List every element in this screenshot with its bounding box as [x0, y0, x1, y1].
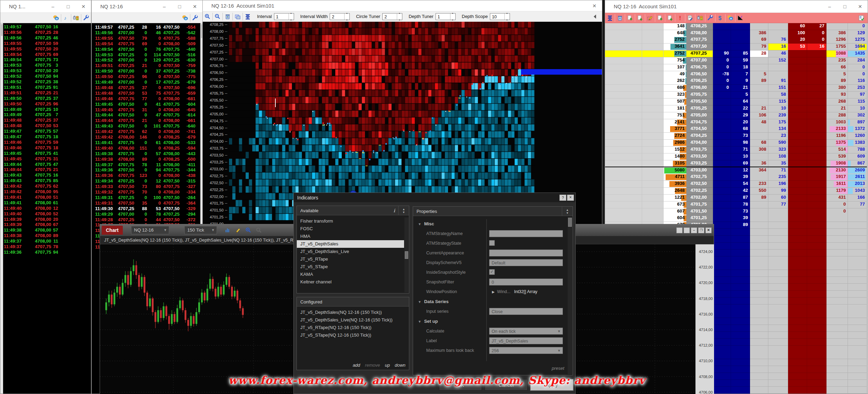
ok-button[interactable]: OK — [439, 379, 482, 391]
report-icon[interactable] — [687, 15, 693, 21]
page-up-icon[interactable] — [657, 15, 663, 21]
dom-row[interactable]: 6734701,757877077 — [605, 201, 867, 208]
down-button[interactable]: down — [395, 363, 405, 368]
dom-row[interactable]: 26484702,25425509911791043 — [605, 188, 867, 195]
prop-field-displayschemev5[interactable]: Default — [489, 259, 563, 266]
list-spinner[interactable]: ▲▼ — [398, 206, 409, 215]
dom-row[interactable]: 1484708,2560270 — [605, 23, 867, 30]
prop-field-currentappearance[interactable] — [489, 250, 563, 256]
spinner-interval-width[interactable]: Interval Width2▲▼ — [300, 13, 350, 20]
configured-item[interactable]: JT_v5_DepthSales_Live(NQ 12-16 (150 Tick… — [297, 316, 408, 324]
available-item[interactable]: JT_v5_DepthSales — [297, 240, 404, 248]
pencil-icon[interactable] — [235, 227, 241, 233]
tab-chart[interactable]: Chart — [102, 226, 123, 235]
close-icon[interactable]: × — [567, 195, 574, 201]
dom-row[interactable]: 50804703,00123647121302609 — [605, 167, 867, 174]
dom-row[interactable]: 3234705,755589397 — [605, 92, 867, 98]
trash-icon[interactable] — [225, 13, 231, 20]
prop-checkbox-insidesnapshotstyle[interactable]: ✓ — [489, 269, 495, 275]
minimize-icon[interactable]: – — [157, 0, 172, 12]
dom-row[interactable]: 15124703,7571308323514788 — [605, 147, 867, 153]
dom-row[interactable]: 7514705,0029106239288302 — [605, 112, 867, 119]
dom-row[interactable]: 12214702,00878960431166 — [605, 195, 867, 201]
prop-field-calculate[interactable]: On each tick▼ — [489, 328, 563, 335]
edit-icon[interactable] — [647, 15, 653, 21]
search-icon[interactable] — [173, 227, 179, 233]
dom-row[interactable]: 27524707,259085284610881435 — [605, 50, 867, 57]
close-icon[interactable]: ✕ — [587, 0, 602, 11]
maximize-icon[interactable]: □ — [61, 0, 76, 12]
dom-row[interactable]: 1074706,75018660 — [605, 64, 867, 71]
available-item[interactable]: JT_v5_RTape — [297, 255, 404, 263]
properties-spinner[interactable]: ▲▼ — [562, 207, 573, 216]
dom-row[interactable]: 7544707,00059152235284 — [605, 57, 867, 64]
page-down-icon[interactable] — [667, 15, 673, 21]
prop-expand-windowposition[interactable]: ▶ Wind... Int32[] Array — [492, 289, 537, 294]
panel-button[interactable] — [676, 227, 683, 233]
layers-icon[interactable] — [235, 13, 241, 20]
available-item[interactable]: HMA — [297, 233, 404, 240]
maximize-icon[interactable]: □ — [837, 0, 852, 12]
spinner-circle-tuner[interactable]: Circle Tuner2▲▼ — [356, 13, 402, 20]
wrench-icon[interactable] — [192, 15, 198, 21]
preset-link[interactable]: preset — [552, 366, 564, 371]
zoom-out-icon[interactable] — [214, 13, 221, 20]
dom-row[interactable]: 5074705,5064115268115 — [605, 98, 867, 105]
chat-icon[interactable] — [727, 15, 733, 21]
info-icon[interactable]: i — [394, 208, 395, 213]
prop-field-atmstrategyname[interactable] — [489, 230, 563, 237]
depth-bars-icon[interactable] — [245, 13, 251, 20]
chat-icon[interactable] — [182, 15, 188, 21]
available-scrollbar[interactable] — [404, 217, 409, 292]
alert-icon[interactable]: ! — [677, 15, 683, 21]
zoom-in-icon[interactable] — [204, 13, 211, 20]
dom-row[interactable]: 494706,50-787550 — [605, 71, 867, 78]
close-icon[interactable]: ✕ — [76, 0, 91, 12]
ts1-scrollbar[interactable] — [0, 23, 3, 394]
available-item[interactable]: Keltner channel — [297, 278, 404, 286]
panel-button[interactable] — [684, 227, 690, 233]
cancel-button[interactable]: Cancel — [485, 379, 528, 391]
instrument-select[interactable]: NQ 12-16▼ — [131, 226, 169, 234]
dom-titlebar[interactable]: NQ 12-16 Account Sim101 – □ ✕ — [605, 0, 868, 13]
power-icon[interactable] — [697, 15, 703, 21]
ts1-titlebar[interactable]: NQ 1... – □ ✕ — [0, 0, 91, 13]
ts1-list[interactable]: 11:49:574707,501611:49:564707,252811:49:… — [3, 23, 91, 394]
collapse-left-icon[interactable] — [592, 13, 598, 20]
dom-row[interactable]: 29864704,00986859013751383 — [605, 140, 867, 147]
dom-row[interactable]: 6074701,50730 — [605, 208, 867, 215]
music-icon[interactable]: ♪ — [63, 15, 69, 21]
minimize-icon[interactable]: – — [45, 0, 61, 12]
dom-row[interactable]: 14804703,5010108539609 — [605, 153, 867, 160]
dom-row[interactable]: 27524707,75697620012961275 — [605, 37, 867, 44]
prop-field-label[interactable]: JT_v5_DepthSales — [489, 337, 563, 344]
maximize-icon[interactable]: □ — [172, 0, 187, 12]
dom-row[interactable]: 47114702,753923519172611 — [605, 174, 867, 181]
add-button[interactable]: add — [353, 363, 360, 368]
dom-row[interactable]: 1814705,252221102110 — [605, 105, 867, 112]
section-data-series[interactable]: ▼Data Series — [418, 299, 449, 304]
dom-row[interactable]: 36414707,507916531617551694 — [605, 44, 867, 50]
chart-type-icon[interactable] — [225, 227, 231, 233]
power-icon[interactable] — [73, 15, 79, 21]
spinner-depth-tuner[interactable]: Depth Tuner1▲▼ — [409, 13, 456, 20]
wrench-icon[interactable] — [83, 15, 89, 21]
prop-checkbox-atmstrategystate[interactable] — [489, 240, 495, 246]
available-item[interactable]: JT_v5_STape — [297, 263, 404, 271]
available-item[interactable]: Fisher transform — [297, 217, 404, 225]
dom-row[interactable]: 37714704,506813421331372 — [605, 126, 867, 133]
dom-row[interactable]: 6484708,003861000386129 — [605, 30, 867, 37]
chart-line-icon[interactable]: x — [737, 15, 743, 21]
dollar-icon[interactable]: $ — [717, 15, 723, 21]
page-down-icon[interactable] — [637, 15, 643, 21]
dom-row[interactable]: 21414704,7520481751003897 — [605, 119, 867, 126]
available-item[interactable]: FOSC — [297, 225, 404, 233]
prop-field-snapshotfilter[interactable]: 0 — [489, 279, 563, 285]
checklist-icon[interactable] — [858, 15, 865, 21]
configured-item[interactable]: JT_v5_RTape(NQ 12-16 (150 Tick)) — [297, 324, 408, 331]
dom-row[interactable]: 27244704,25732311961260 — [605, 133, 867, 140]
restore-icon[interactable]: ❐ — [698, 227, 704, 233]
section-set-up[interactable]: ▼Set up — [418, 319, 438, 324]
minimize-icon[interactable]: – — [822, 0, 837, 12]
configured-item[interactable]: JT_v5_DepthSales(NQ 12-16 (150 Tick)) — [297, 309, 408, 316]
